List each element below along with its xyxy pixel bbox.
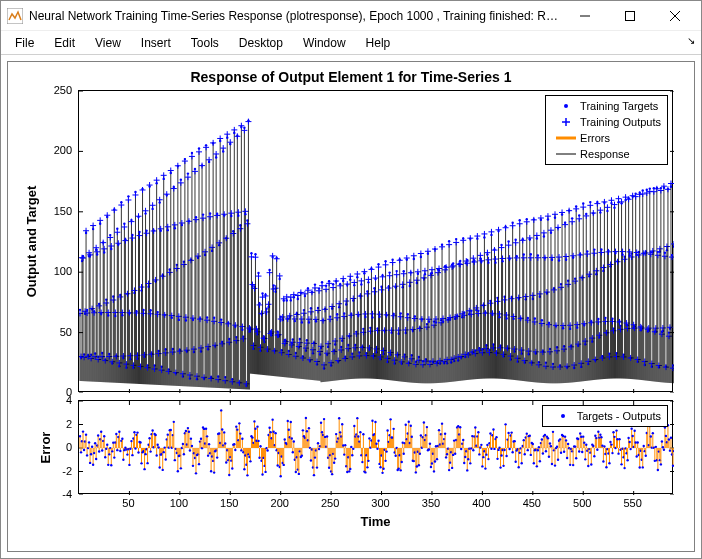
svg-point-1355 bbox=[413, 258, 415, 260]
svg-point-3255 bbox=[496, 458, 498, 460]
svg-rect-2 bbox=[625, 11, 634, 20]
menu-window[interactable]: Window bbox=[295, 34, 354, 52]
svg-point-3033 bbox=[384, 460, 386, 462]
svg-point-431 bbox=[180, 178, 182, 180]
svg-point-3073 bbox=[405, 424, 407, 426]
svg-point-3307 bbox=[523, 439, 525, 441]
svg-point-2459 bbox=[95, 458, 97, 460]
svg-point-2839 bbox=[287, 420, 289, 422]
svg-point-3527 bbox=[633, 430, 635, 432]
svg-point-2171 bbox=[618, 320, 620, 322]
svg-point-1983 bbox=[571, 217, 573, 219]
svg-point-2943 bbox=[339, 431, 341, 433]
svg-point-3007 bbox=[371, 420, 373, 422]
svg-point-2885 bbox=[310, 459, 312, 461]
menu-edit[interactable]: Edit bbox=[46, 34, 83, 52]
svg-point-2677 bbox=[205, 427, 207, 429]
svg-point-423 bbox=[178, 319, 180, 321]
svg-point-1751 bbox=[512, 318, 514, 320]
response-plot[interactable]: Training Targets Training Outputs Errors… bbox=[78, 90, 673, 392]
svg-point-1779 bbox=[520, 317, 522, 319]
menu-insert[interactable]: Insert bbox=[133, 34, 179, 52]
menu-view[interactable]: View bbox=[87, 34, 129, 52]
svg-point-3135 bbox=[436, 458, 438, 460]
error-plot[interactable]: Targets - Outputs bbox=[78, 400, 673, 494]
svg-point-519 bbox=[202, 213, 204, 215]
svg-point-323 bbox=[152, 229, 154, 231]
svg-point-1955 bbox=[564, 222, 566, 224]
svg-point-3231 bbox=[484, 467, 486, 469]
svg-point-2907 bbox=[321, 431, 323, 433]
svg-point-3233 bbox=[485, 453, 487, 455]
minimize-button[interactable] bbox=[562, 1, 607, 30]
svg-point-1579 bbox=[469, 237, 471, 239]
svg-point-3543 bbox=[642, 466, 644, 468]
svg-point-3297 bbox=[517, 466, 519, 468]
menu-file[interactable]: File bbox=[7, 34, 42, 52]
svg-point-3183 bbox=[460, 448, 462, 450]
svg-point-1863 bbox=[541, 319, 543, 321]
svg-point-1887 bbox=[547, 218, 549, 220]
svg-point-2567 bbox=[149, 450, 151, 452]
svg-point-3291 bbox=[514, 461, 516, 463]
svg-point-2759 bbox=[246, 474, 248, 476]
svg-point-3423 bbox=[581, 451, 583, 453]
svg-point-1359 bbox=[414, 315, 416, 317]
legend-top[interactable]: Training Targets Training Outputs Errors… bbox=[545, 95, 668, 165]
menu-desktop[interactable]: Desktop bbox=[231, 34, 291, 52]
svg-point-3013 bbox=[374, 421, 376, 423]
svg-point-3069 bbox=[403, 453, 405, 455]
svg-point-2515 bbox=[123, 449, 125, 451]
svg-point-2967 bbox=[351, 454, 353, 456]
svg-point-211 bbox=[124, 238, 126, 240]
svg-point-2427 bbox=[79, 435, 81, 437]
svg-point-3389 bbox=[564, 435, 566, 437]
svg-point-2739 bbox=[236, 428, 238, 430]
svg-point-2979 bbox=[357, 435, 359, 437]
svg-point-2529 bbox=[130, 440, 132, 442]
menu-help[interactable]: Help bbox=[358, 34, 399, 52]
svg-point-671 bbox=[240, 126, 242, 128]
svg-point-1163 bbox=[364, 316, 366, 318]
svg-point-2933 bbox=[334, 457, 336, 459]
svg-point-2565 bbox=[148, 437, 150, 439]
svg-point-2769 bbox=[251, 436, 253, 438]
svg-point-3399 bbox=[569, 464, 571, 466]
svg-point-3219 bbox=[478, 453, 480, 455]
svg-point-2207 bbox=[627, 197, 629, 199]
svg-point-2631 bbox=[182, 443, 184, 445]
svg-point-3531 bbox=[635, 455, 637, 457]
svg-point-3479 bbox=[609, 441, 611, 443]
svg-point-3151 bbox=[444, 433, 446, 435]
svg-point-3481 bbox=[610, 443, 612, 445]
svg-point-2095 bbox=[599, 211, 601, 213]
svg-point-3507 bbox=[623, 467, 625, 469]
svg-point-2935 bbox=[335, 433, 337, 435]
svg-point-2717 bbox=[225, 461, 227, 463]
svg-point-3273 bbox=[505, 455, 507, 457]
svg-point-3155 bbox=[446, 453, 448, 455]
svg-point-3217 bbox=[477, 431, 479, 433]
svg-point-2211 bbox=[628, 254, 630, 256]
undock-icon[interactable]: ↘ bbox=[687, 35, 695, 46]
svg-point-2703 bbox=[218, 432, 220, 434]
svg-point-3035 bbox=[385, 450, 387, 452]
svg-point-283 bbox=[142, 309, 144, 311]
svg-point-2027 bbox=[582, 202, 584, 204]
svg-point-2481 bbox=[106, 444, 108, 446]
menu-tools[interactable]: Tools bbox=[183, 34, 227, 52]
svg-point-2647 bbox=[190, 437, 192, 439]
close-button[interactable] bbox=[652, 1, 697, 30]
svg-point-2291 bbox=[649, 187, 651, 189]
maximize-button[interactable] bbox=[607, 1, 652, 30]
legend-bottom[interactable]: Targets - Outputs bbox=[542, 405, 668, 427]
svg-point-591 bbox=[220, 318, 222, 320]
svg-point-167 bbox=[113, 208, 115, 210]
svg-point-603 bbox=[223, 214, 225, 216]
xticks: 50100150200250300350400450500550 bbox=[78, 497, 673, 511]
titlebar: Neural Network Training Time-Series Resp… bbox=[1, 1, 701, 31]
svg-point-2989 bbox=[362, 433, 364, 435]
svg-point-939 bbox=[308, 321, 310, 323]
svg-point-2071 bbox=[593, 248, 595, 250]
svg-point-2941 bbox=[338, 417, 340, 419]
